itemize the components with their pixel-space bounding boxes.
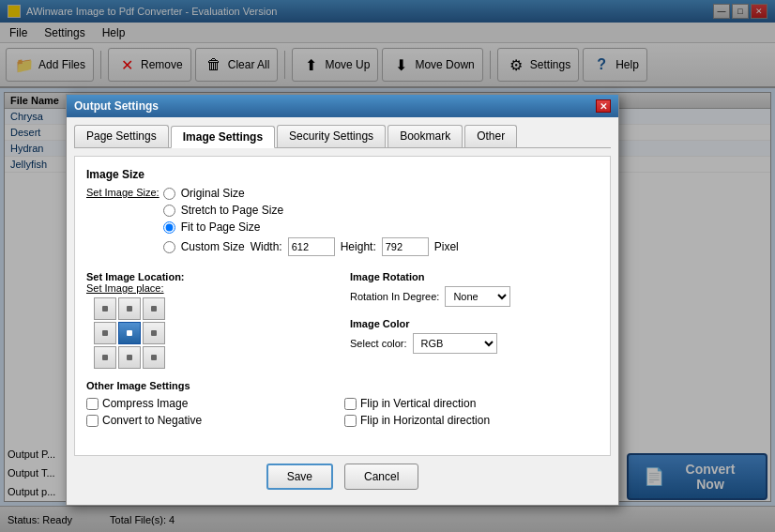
compress-row: Compress Image <box>86 397 341 410</box>
loc-dot <box>151 355 157 360</box>
negative-row: Convert to Negative <box>86 414 341 427</box>
compress-label: Compress Image <box>102 397 188 410</box>
image-rotation-section: Image Rotation Rotation In Degree: None … <box>350 271 599 307</box>
rotation-label: Rotation In Degree: <box>350 291 439 302</box>
loc-bot-left[interactable] <box>94 346 116 369</box>
radio-original[interactable] <box>163 188 175 200</box>
rotation-row: Rotation In Degree: None 90 180 270 <box>350 286 599 307</box>
height-input[interactable] <box>382 237 429 256</box>
pixel-label: Pixel <box>434 240 459 253</box>
radio-fit[interactable] <box>163 221 175 234</box>
flip-horizontal-label: Flip in Horizontal direction <box>360 414 490 427</box>
image-size-section: Image Size Set Image Size: Original Size… <box>86 168 599 264</box>
loc-top-center[interactable] <box>118 297 141 320</box>
image-size-title: Image Size <box>86 168 599 181</box>
size-radio-group: Original Size Stretch to Page Size Fit t… <box>163 187 459 256</box>
loc-dot <box>127 355 132 360</box>
loc-dot <box>151 330 157 336</box>
other-settings-title: Other Image Settings <box>86 380 599 391</box>
negative-label: Convert to Negative <box>102 414 202 427</box>
two-col-layout: Set Image Location: Set Image place: <box>86 271 599 369</box>
radio-stretch-row: Stretch to Page Size <box>163 204 459 217</box>
save-button[interactable]: Save <box>266 464 333 490</box>
loc-center[interactable] <box>118 322 141 344</box>
compress-checkbox[interactable] <box>86 398 99 410</box>
radio-fit-label: Fit to Page Size <box>181 220 261 234</box>
right-column: Image Rotation Rotation In Degree: None … <box>350 271 599 369</box>
loc-dot <box>127 306 132 312</box>
loc-dot <box>151 306 157 312</box>
radio-fit-row: Fit to Page Size <box>163 220 459 234</box>
loc-dot <box>102 306 108 312</box>
dialog-body: Page Settings Image Settings Security Se… <box>67 117 618 505</box>
tab-image-settings[interactable]: Image Settings <box>171 126 275 148</box>
width-label: Width: <box>251 240 282 253</box>
set-place-label: Set Image place: <box>86 282 335 294</box>
set-size-row: Set Image Size: Original Size Stretch to… <box>86 187 599 264</box>
image-color-section: Image Color Select color: RGB Grayscale … <box>350 318 599 354</box>
tab-other[interactable]: Other <box>464 125 517 147</box>
dialog-close-button[interactable]: ✕ <box>596 99 611 113</box>
other-image-settings-section: Other Image Settings Compress Image Flip… <box>86 380 599 427</box>
dialog-tabs: Page Settings Image Settings Security Se… <box>74 125 611 148</box>
radio-custom-label: Custom Size <box>181 240 245 253</box>
loc-dot-active <box>127 330 132 336</box>
checkbox-grid: Compress Image Flip in Vertical directio… <box>86 397 599 427</box>
height-label: Height: <box>341 240 376 253</box>
location-grid <box>94 297 335 369</box>
width-input[interactable] <box>288 237 335 256</box>
tab-security-settings[interactable]: Security Settings <box>277 125 386 147</box>
modal-overlay: Output Settings ✕ Page Settings Image Se… <box>0 0 775 532</box>
radio-original-row: Original Size <box>163 187 459 200</box>
flip-horizontal-row: Flip in Horizontal direction <box>344 414 599 427</box>
loc-bot-right[interactable] <box>143 346 165 369</box>
rotation-title: Image Rotation <box>350 271 599 282</box>
radio-custom[interactable] <box>163 241 175 253</box>
radio-stretch-label: Stretch to Page Size <box>181 204 283 217</box>
color-label: Select color: <box>350 338 407 349</box>
set-size-label: Set Image Size: <box>86 187 160 198</box>
radio-original-label: Original Size <box>181 187 245 200</box>
radio-custom-row: Custom Size Width: Height: Pixel <box>163 237 459 256</box>
color-select[interactable]: RGB Grayscale Black & White <box>413 333 497 354</box>
radio-stretch[interactable] <box>163 205 175 217</box>
color-row: Select color: RGB Grayscale Black & Whit… <box>350 333 599 354</box>
loc-top-right[interactable] <box>143 297 165 320</box>
image-location-section: Set Image Location: Set Image place: <box>86 271 335 369</box>
dialog-content: Image Size Set Image Size: Original Size… <box>74 156 611 456</box>
dialog-footer: Save Cancel <box>74 456 611 497</box>
loc-top-left[interactable] <box>94 297 116 320</box>
cancel-button[interactable]: Cancel <box>344 464 418 490</box>
flip-vertical-row: Flip in Vertical direction <box>344 397 599 410</box>
loc-mid-left[interactable] <box>94 322 116 344</box>
loc-dot <box>102 355 108 360</box>
flip-vertical-checkbox[interactable] <box>344 398 357 410</box>
tab-page-settings[interactable]: Page Settings <box>74 125 169 147</box>
rotation-select[interactable]: None 90 180 270 <box>445 286 510 307</box>
loc-bot-center[interactable] <box>118 346 141 369</box>
flip-vertical-label: Flip in Vertical direction <box>360 397 476 410</box>
image-location-title: Set Image Location: <box>86 271 335 282</box>
loc-dot <box>102 330 108 336</box>
dialog-title-text: Output Settings <box>74 99 159 113</box>
color-title: Image Color <box>350 318 599 329</box>
negative-checkbox[interactable] <box>86 415 99 427</box>
loc-mid-right[interactable] <box>143 322 165 344</box>
flip-horizontal-checkbox[interactable] <box>344 415 357 427</box>
dialog-title-bar: Output Settings ✕ <box>67 95 618 117</box>
output-settings-dialog: Output Settings ✕ Page Settings Image Se… <box>66 94 619 506</box>
tab-bookmark[interactable]: Bookmark <box>388 125 463 147</box>
